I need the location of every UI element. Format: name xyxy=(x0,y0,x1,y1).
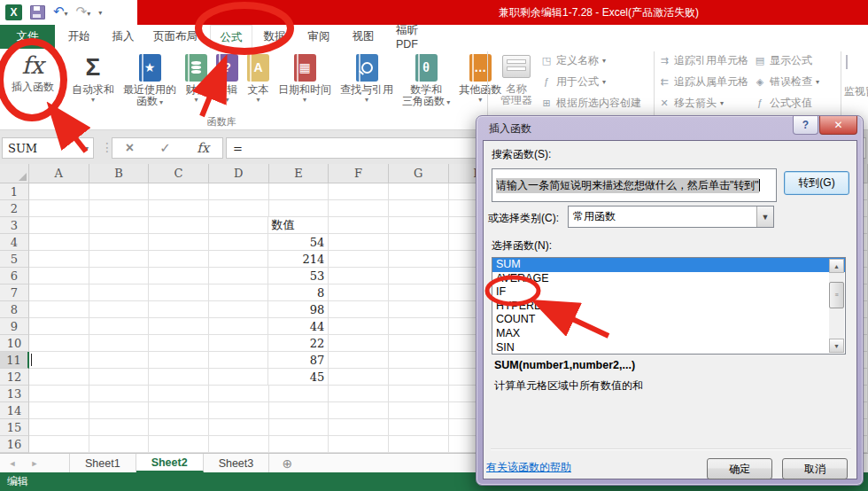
library-button-最近使用的函数[interactable]: ★最近使用的函数 ▾ xyxy=(119,50,181,107)
ribbon-tab-审阅[interactable]: 审阅 xyxy=(298,25,339,49)
column-header-A[interactable]: A xyxy=(29,164,89,183)
cell-B4[interactable] xyxy=(89,234,150,251)
cell-F15[interactable] xyxy=(329,419,389,436)
library-button-文本[interactable]: A文本▾ xyxy=(243,50,274,104)
ribbon-item-显示公式[interactable]: ▤显示公式 xyxy=(754,52,812,68)
dialog-close-button[interactable]: ✕ xyxy=(819,116,857,135)
cell-A7[interactable] xyxy=(29,284,89,301)
cell-C13[interactable] xyxy=(149,386,209,402)
sheet-nav-left-icon[interactable]: ◄ xyxy=(0,454,25,472)
cell-D10[interactable] xyxy=(209,335,269,352)
row-header-15[interactable]: 15 xyxy=(0,419,29,436)
sheet-nav-right-icon[interactable]: ► xyxy=(25,454,44,472)
cell-C16[interactable] xyxy=(149,436,209,453)
cell-F16[interactable] xyxy=(329,436,389,453)
cell-E2[interactable] xyxy=(269,200,329,217)
row-header-5[interactable]: 5 xyxy=(0,251,29,268)
cell-B10[interactable] xyxy=(89,335,150,352)
row-header-9[interactable]: 9 xyxy=(0,318,29,335)
cell-A8[interactable] xyxy=(29,301,89,318)
cell-B13[interactable] xyxy=(89,386,150,402)
ribbon-item-错误检查[interactable]: ◈错误检查▾ xyxy=(754,74,819,90)
column-header-G[interactable]: G xyxy=(389,164,449,183)
cell-A10[interactable] xyxy=(29,335,89,352)
sheet-tab-Sheet2[interactable]: Sheet2 xyxy=(136,454,204,472)
cell-B9[interactable] xyxy=(89,318,150,335)
cell-C14[interactable] xyxy=(149,402,209,419)
cell-B5[interactable] xyxy=(89,251,150,268)
cell-G15[interactable] xyxy=(389,419,449,436)
ribbon-tab-插入[interactable]: 插入 xyxy=(103,25,143,49)
cell-E16[interactable] xyxy=(269,436,329,453)
go-button[interactable]: 转到(G) xyxy=(784,171,849,195)
cell-C1[interactable] xyxy=(149,183,209,200)
cell-C12[interactable] xyxy=(149,369,209,386)
cell-E1[interactable] xyxy=(269,183,329,200)
column-header-E[interactable]: E xyxy=(269,164,329,183)
cell-E11[interactable]: 87 xyxy=(268,352,329,369)
ribbon-tab-开始[interactable]: 开始 xyxy=(58,25,99,49)
cell-B6[interactable] xyxy=(89,268,150,284)
cell-G1[interactable] xyxy=(389,183,449,200)
cell-F2[interactable] xyxy=(329,200,389,217)
cell-B8[interactable] xyxy=(89,301,150,318)
cell-C7[interactable] xyxy=(149,284,209,301)
cell-E3[interactable]: 数值 xyxy=(268,217,329,234)
undo-icon[interactable]: ↶▾ xyxy=(53,5,68,20)
cell-B7[interactable] xyxy=(89,284,150,301)
redo-icon[interactable]: ↷▾ xyxy=(76,5,91,20)
row-header-16[interactable]: 16 xyxy=(0,436,29,453)
save-icon[interactable] xyxy=(30,5,45,19)
cell-B1[interactable] xyxy=(89,183,150,200)
cell-A13[interactable] xyxy=(29,386,89,402)
search-function-input[interactable]: 请输入一条简短说明来描述您想做什么，然后单击"转到" xyxy=(492,168,777,202)
cell-C15[interactable] xyxy=(149,419,209,436)
scroll-thumb[interactable]: ≡ xyxy=(829,282,844,308)
function-item-SIN[interactable]: SIN xyxy=(492,341,845,355)
ribbon-item-定义名称[interactable]: ◳定义名称▾ xyxy=(540,52,606,68)
cell-G14[interactable] xyxy=(389,402,449,419)
cell-D4[interactable] xyxy=(209,234,269,251)
insert-function-small-icon[interactable]: fx xyxy=(197,140,209,156)
cell-G7[interactable] xyxy=(389,284,449,301)
ribbon-item-移去箭头[interactable]: ✕移去箭头▾ xyxy=(658,95,724,111)
cell-E10[interactable]: 22 xyxy=(268,335,329,352)
cell-A11[interactable] xyxy=(29,352,89,369)
select-all-corner[interactable] xyxy=(0,164,29,183)
row-header-3[interactable]: 3 xyxy=(0,217,29,234)
row-header-1[interactable]: 1 xyxy=(0,183,29,200)
cell-B16[interactable] xyxy=(89,436,150,453)
cell-A12[interactable] xyxy=(29,369,89,386)
ribbon-item-用于公式[interactable]: ƒ用于公式▾ xyxy=(540,74,606,90)
cell-G11[interactable] xyxy=(389,352,449,369)
cell-F3[interactable] xyxy=(329,217,389,234)
cell-C3[interactable] xyxy=(149,217,209,234)
cell-G16[interactable] xyxy=(389,436,449,453)
name-box[interactable]: SUM ▾ xyxy=(2,137,94,159)
row-header-13[interactable]: 13 xyxy=(0,386,29,402)
cell-F10[interactable] xyxy=(329,335,389,352)
cell-C9[interactable] xyxy=(149,318,209,335)
qat-customize-icon[interactable]: ▾ xyxy=(98,9,102,17)
row-header-8[interactable]: 8 xyxy=(0,301,29,318)
ribbon-tab-页面布局[interactable]: 页面布局 xyxy=(144,25,206,49)
cell-F6[interactable] xyxy=(329,268,389,284)
column-header-C[interactable]: C xyxy=(149,164,209,183)
cell-B14[interactable] xyxy=(89,402,150,419)
cell-B3[interactable] xyxy=(89,217,150,234)
cell-B15[interactable] xyxy=(89,419,150,436)
ribbon-tab-福昕PDF[interactable]: 福昕PDF xyxy=(387,25,444,49)
dialog-help-button[interactable]: ? xyxy=(793,116,818,135)
cell-F12[interactable] xyxy=(329,369,389,386)
function-list[interactable]: SUMAVERAGEIFHYPERLINKCOUNTMAXSIN ▲ ≡ ▼ xyxy=(492,257,846,355)
cell-E13[interactable] xyxy=(269,386,329,402)
cell-G13[interactable] xyxy=(389,386,449,402)
category-dropdown[interactable]: 常用函数 ▼ xyxy=(568,206,774,228)
function-item-SUM[interactable]: SUM xyxy=(492,258,845,272)
ribbon-tab-公式[interactable]: 公式 xyxy=(210,25,252,49)
row-header-14[interactable]: 14 xyxy=(0,402,29,419)
cell-D8[interactable] xyxy=(209,301,269,318)
cell-G3[interactable] xyxy=(389,217,449,234)
dropdown-arrow-icon[interactable]: ▼ xyxy=(756,207,773,227)
cell-E14[interactable] xyxy=(269,402,329,419)
